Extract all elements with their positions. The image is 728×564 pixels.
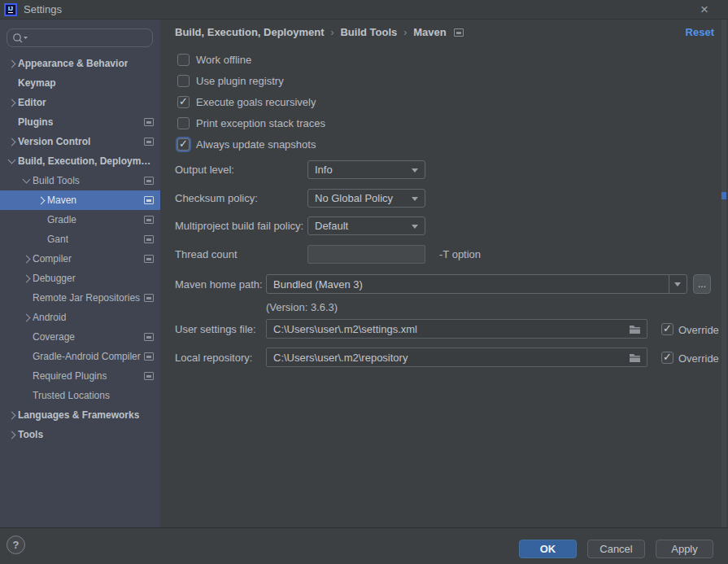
checkbox-row-use-plugin-registry[interactable]: Use plugin registry	[177, 70, 325, 91]
sidebar-item-required-plugins[interactable]: Required Plugins	[0, 366, 160, 386]
chevron-right-icon[interactable]	[7, 136, 18, 147]
checkbox-label: Always update snapshots	[196, 138, 316, 151]
settings-badge-icon	[144, 372, 154, 380]
chevron-right-icon	[21, 370, 33, 382]
chevron-right-icon[interactable]	[7, 58, 18, 69]
multiproject-policy-select[interactable]: Default	[307, 216, 425, 235]
override-checkbox[interactable]	[661, 352, 674, 364]
checkbox-row-execute-goals-recursively[interactable]: Execute goals recursively	[177, 91, 325, 112]
sidebar-item-coverage[interactable]: Coverage	[0, 327, 160, 347]
sidebar-item-label: Remote Jar Repositories	[33, 292, 140, 304]
sidebar-item-plugins[interactable]: Plugins	[0, 112, 160, 132]
dialog-footer: ? OK Cancel Apply	[0, 527, 728, 564]
sidebar-item-version-control[interactable]: Version Control	[0, 132, 160, 151]
maven-home-value: Bundled (Maven 3)	[267, 278, 669, 291]
chevron-right-icon	[21, 390, 33, 401]
chevron-down-icon[interactable]	[21, 175, 33, 186]
sidebar-item-label: Version Control	[18, 136, 90, 147]
output-level-select[interactable]: Info	[307, 160, 425, 179]
sidebar-item-appearance-behavior[interactable]: Appearance & Behavior	[0, 54, 160, 73]
settings-tree: Appearance & BehaviorKeymapEditorPlugins…	[0, 54, 160, 444]
sidebar-item-label: Trusted Locations	[33, 390, 110, 401]
sidebar-item-trusted-locations[interactable]: Trusted Locations	[0, 386, 160, 405]
sidebar-item-label: Maven	[47, 195, 76, 206]
sidebar-item-label: Coverage	[33, 331, 75, 343]
multiproject-policy-value: Default	[315, 220, 348, 232]
chevron-right-icon[interactable]	[7, 429, 18, 440]
sidebar-item-tools[interactable]: Tools	[0, 425, 160, 444]
sidebar-item-label: Languages & Frameworks	[18, 409, 139, 421]
sidebar-item-debugger[interactable]: Debugger	[0, 269, 160, 288]
chevron-down-icon[interactable]	[669, 275, 687, 293]
user-settings-input[interactable]: C:\Users\user\.m2\settings.xml	[266, 319, 647, 339]
folder-icon[interactable]	[629, 353, 641, 363]
sidebar-item-maven[interactable]: Maven	[0, 190, 160, 210]
sidebar-item-label: Keymap	[18, 77, 56, 89]
checkbox-row-print-exception-stack-traces[interactable]: Print exception stack traces	[177, 112, 325, 133]
maven-home-select[interactable]: Bundled (Maven 3)	[266, 274, 687, 294]
local-repository-input[interactable]: C:\Users\user\.m2\repository	[266, 348, 647, 367]
sidebar-item-label: Debugger	[33, 273, 76, 284]
sidebar-item-gant[interactable]: Gant	[0, 230, 160, 249]
sidebar-item-label: Android	[33, 312, 66, 323]
sidebar-item-label: Required Plugins	[33, 370, 107, 382]
checkbox[interactable]	[177, 54, 190, 66]
chevron-right-icon[interactable]	[21, 273, 33, 284]
title-bar: IJ Settings ×	[0, 0, 728, 20]
checkbox-label: Print exception stack traces	[196, 117, 325, 129]
ok-button[interactable]: OK	[519, 540, 577, 558]
sidebar-item-compiler[interactable]: Compiler	[0, 249, 160, 269]
sidebar-item-remote-jar-repositories[interactable]: Remote Jar Repositories	[0, 288, 160, 308]
sidebar-item-languages-frameworks[interactable]: Languages & Frameworks	[0, 405, 160, 425]
checkbox[interactable]	[177, 138, 190, 151]
sidebar-item-label: Gradle-Android Compiler	[33, 351, 141, 362]
checkbox-row-work-offline[interactable]: Work offline	[177, 49, 325, 70]
breadcrumb-part[interactable]: Maven	[413, 26, 446, 38]
sidebar-item-keymap[interactable]: Keymap	[0, 73, 160, 93]
checkbox-label: Use plugin registry	[196, 75, 284, 87]
checkbox[interactable]	[177, 96, 190, 108]
breadcrumb-part[interactable]: Build Tools	[340, 26, 397, 38]
checkbox-row-always-update-snapshots[interactable]: Always update snapshots	[177, 133, 325, 155]
help-button[interactable]: ?	[7, 536, 25, 554]
chevron-right-icon[interactable]	[21, 312, 33, 323]
thread-count-input[interactable]	[307, 245, 425, 264]
settings-search-box[interactable]	[7, 28, 153, 47]
settings-badge-icon	[144, 294, 154, 302]
search-input[interactable]	[30, 33, 136, 44]
checkbox-label: Execute goals recursively	[196, 96, 316, 108]
reset-link[interactable]: Reset	[686, 26, 714, 38]
settings-badge-icon	[144, 255, 154, 263]
breadcrumb-part[interactable]: Build, Execution, Deployment	[175, 26, 324, 38]
chevron-right-icon[interactable]	[36, 195, 47, 206]
checkbox-list: Work offlineUse plugin registryExecute g…	[177, 49, 325, 155]
chevron-right-icon[interactable]	[7, 409, 18, 421]
sidebar-item-build-execution-deployment[interactable]: Build, Execution, Deployment	[0, 151, 160, 171]
override-checkbox[interactable]	[661, 323, 674, 335]
chevron-down-icon[interactable]	[7, 155, 18, 167]
chevron-right-icon[interactable]	[7, 97, 18, 108]
chevron-right-icon[interactable]	[21, 253, 33, 265]
sidebar-item-gradle[interactable]: Gradle	[0, 210, 160, 230]
apply-button[interactable]: Apply	[656, 540, 713, 558]
checksum-policy-select[interactable]: No Global Policy	[307, 189, 425, 208]
browse-button[interactable]: ...	[693, 274, 711, 294]
multiproject-policy-label: Multiproject build fail policy:	[175, 220, 303, 232]
settings-badge-icon	[144, 138, 154, 146]
override-label: Override	[678, 352, 719, 365]
sidebar-item-build-tools[interactable]: Build Tools	[0, 171, 160, 190]
sidebar-item-android[interactable]: Android	[0, 308, 160, 327]
folder-icon[interactable]	[629, 325, 641, 334]
checkbox[interactable]	[177, 75, 190, 87]
search-icon	[12, 33, 30, 44]
settings-badge-icon	[454, 28, 464, 37]
sidebar-item-gradle-android-compiler[interactable]: Gradle-Android Compiler	[0, 347, 160, 366]
cancel-button[interactable]: Cancel	[587, 540, 645, 558]
local-repository-value: C:\Users\user\.m2\repository	[273, 352, 408, 364]
scrollbar[interactable]	[721, 20, 726, 527]
checkbox[interactable]	[177, 117, 190, 129]
close-icon[interactable]: ×	[700, 2, 708, 18]
sidebar-item-editor[interactable]: Editor	[0, 93, 160, 112]
t-option-hint: -T option	[439, 248, 481, 260]
chevron-down-icon	[412, 225, 418, 229]
